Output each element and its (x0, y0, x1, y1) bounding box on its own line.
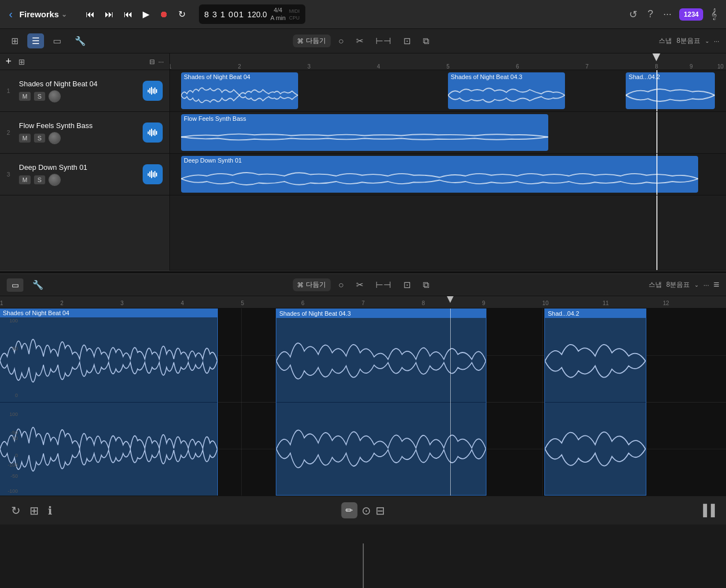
metronome-icon[interactable]: 𝄞 (709, 6, 719, 22)
split-tool-button[interactable]: ⊢⊣ (371, 33, 396, 48)
window-button[interactable]: ▭ (48, 33, 66, 48)
solo-button-2[interactable]: S (34, 134, 45, 143)
undo-button[interactable]: ↺ (627, 6, 640, 23)
detail-clip-2[interactable]: Shades of Night Beat 04.3 (276, 308, 486, 496)
bottom-copy-button[interactable]: ⧉ (418, 278, 433, 292)
ruler-mark-2: 2 (238, 63, 241, 70)
clip-waveform (448, 81, 565, 109)
bottom-wrench-button[interactable]: 🔧 (28, 277, 48, 292)
fast-forward-button[interactable]: ⏭ (101, 7, 117, 22)
bottom-snap-control[interactable]: ⌘ 다듬기 (293, 278, 330, 291)
detail-waveform-lower-1 (0, 403, 217, 496)
view-toggle-button[interactable]: ▭ (7, 278, 23, 292)
solo-button-3[interactable]: S (34, 175, 45, 184)
header-folder-icon[interactable]: ⊟ (149, 58, 155, 66)
svg-rect-2 (151, 87, 152, 95)
bottom-split-button[interactable]: ⊢⊣ (371, 277, 396, 292)
loop-button[interactable]: ↻ (175, 7, 189, 22)
track-lane-1: Shades of Night Beat 04 Shades of Night … (170, 70, 726, 112)
svg-rect-7 (149, 130, 150, 135)
copy-tool-button[interactable]: ⧉ (418, 34, 433, 48)
bars-button[interactable]: ▐▐ (699, 504, 715, 516)
time-signature: 4/4 A min (270, 7, 286, 21)
bottom-note-value: 8분음표 (666, 280, 690, 290)
detail-ruler: 1 2 3 4 5 6 7 8 9 10 11 12 (0, 296, 726, 308)
bottom-cut-button[interactable]: ✂ (352, 277, 368, 292)
detail-ruler-mark-1: 1 (0, 300, 3, 306)
audio-clip[interactable]: Shades of Night Beat 04.3 (448, 72, 565, 109)
loop-tool-button[interactable]: ○ (334, 34, 348, 48)
list-view-button[interactable]: ☰ (27, 33, 44, 48)
volume-knob-2[interactable] (48, 132, 61, 144)
detail-waveform-upper-1 (0, 320, 217, 403)
help-button[interactable]: ? (645, 6, 655, 22)
mute-button-3[interactable]: M (19, 175, 31, 184)
track-info: Flow Feels Synth Bass M S (19, 121, 138, 144)
playhead-line-2 (656, 112, 657, 153)
project-name[interactable]: Fireworks ⌄ (20, 9, 67, 19)
detail-clip-1[interactable]: Shades of Night Beat 04 (0, 308, 218, 496)
waveform-icon (147, 85, 159, 97)
mute-button-2[interactable]: M (19, 134, 31, 143)
record-button[interactable]: ⏺ (156, 7, 172, 22)
skip-back-button[interactable]: ⏮ (120, 7, 136, 22)
bottom-select-button[interactable]: ⊡ (399, 277, 415, 292)
loop-edit-button[interactable]: ↻ (11, 504, 21, 517)
project-chevron-icon: ⌄ (61, 11, 67, 18)
toolbar-more-icon[interactable]: ··· (714, 37, 719, 45)
track-instrument-icon-3[interactable] (143, 164, 163, 184)
badge-button[interactable]: 1234 (679, 8, 703, 21)
wrench-button[interactable]: 🔧 (70, 33, 90, 48)
audio-clip[interactable]: Deep Down Synth 01 (181, 156, 698, 193)
track-header-icon[interactable]: ⊞ (16, 55, 27, 68)
bottom-drag-icon[interactable]: ≡ (713, 279, 719, 291)
note-value-right: 8분음표 (676, 36, 700, 46)
svg-rect-6 (148, 131, 149, 134)
bottom-section: ▭ 🔧 ⌘ 다듬기 ○ ✂ ⊢⊣ ⊡ ⧉ 스냅 8분음표 ⌄ ··· ≡ 1 2 (0, 274, 726, 525)
ruler-mark-9: 9 (690, 63, 693, 70)
bottom-loop-button[interactable]: ○ (334, 278, 348, 292)
svg-rect-8 (151, 129, 152, 136)
svg-rect-0 (148, 90, 149, 92)
audio-clip[interactable]: Shades of Night Beat 04 (181, 72, 298, 109)
back-button[interactable]: ‹ (7, 6, 15, 23)
volume-knob-3[interactable] (48, 174, 61, 186)
detail-waveform-lower-2 (276, 403, 486, 495)
playhead-line-4 (656, 195, 657, 270)
detail-ruler-mark-2: 2 (60, 300, 64, 306)
playhead-line-3 (656, 154, 657, 195)
rewind-button[interactable]: ⏮ (82, 7, 98, 22)
ruler-mark-1: 1 (170, 63, 172, 70)
equalizer-button[interactable]: ⊟ (376, 504, 385, 517)
select-tool-button[interactable]: ⊡ (399, 33, 415, 48)
track-instrument-icon-1[interactable] (143, 81, 163, 101)
play-button[interactable]: ▶ (139, 7, 153, 22)
svg-rect-16 (154, 171, 155, 178)
audio-clip[interactable]: Shad...04.2 (626, 72, 715, 109)
track-row: 2 Flow Feels Synth Bass M S (0, 112, 169, 154)
solo-button-1[interactable]: S (34, 92, 45, 101)
pencil-active-button[interactable]: ✏ (341, 502, 357, 518)
detail-ruler-mark-12: 12 (663, 300, 669, 306)
snap-control[interactable]: ⌘ 다듬기 (293, 35, 330, 47)
bottom-more-icon[interactable]: ··· (703, 281, 709, 289)
track-instrument-icon-2[interactable] (143, 122, 163, 143)
sun-settings-button[interactable]: ⊙ (362, 504, 371, 517)
add-track-button[interactable]: + (6, 56, 12, 67)
track-number: 1 (7, 87, 14, 94)
grid-view-button[interactable]: ⊞ (7, 33, 23, 48)
more-button[interactable]: ··· (661, 6, 674, 22)
svg-rect-9 (153, 130, 154, 135)
track-controls: M S (19, 174, 138, 186)
header-more-icon[interactable]: ··· (158, 58, 164, 66)
cut-tool-button[interactable]: ✂ (352, 33, 368, 48)
audio-clip[interactable]: Flow Feels Synth Bass (181, 114, 548, 151)
grid-line-v-4 (241, 308, 242, 496)
mute-button-1[interactable]: M (19, 92, 31, 101)
info-button[interactable]: ℹ (48, 504, 52, 517)
layers-button[interactable]: ⊞ (30, 504, 39, 517)
svg-rect-11 (156, 131, 157, 135)
volume-knob-1[interactable] (48, 90, 61, 102)
detail-clip-3[interactable]: Shad...04.2 (544, 308, 646, 496)
track-header-top: + ⊞ ⊟ ··· (0, 53, 169, 70)
